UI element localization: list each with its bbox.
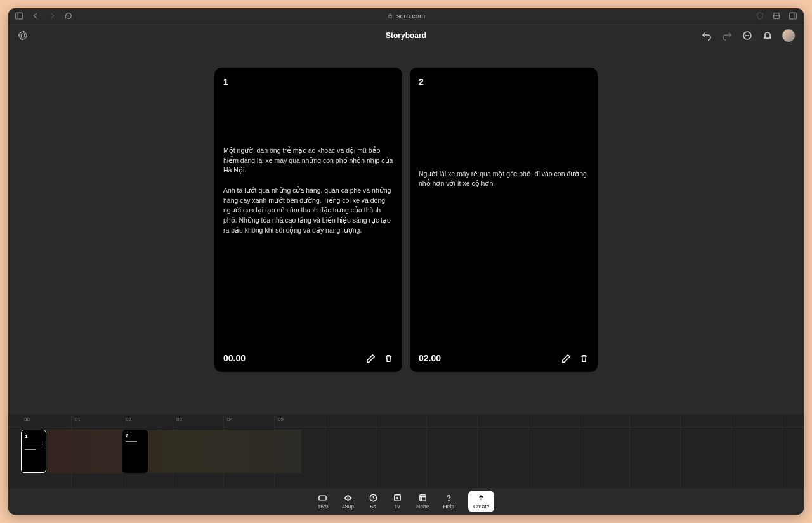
forward-icon xyxy=(48,11,56,20)
variations-icon xyxy=(392,493,402,502)
card-prompt-text[interactable]: Một người đàn ông trẻ mặc áo khoác và độ… xyxy=(223,146,393,236)
edit-icon[interactable] xyxy=(365,353,376,363)
timeline-clip-1[interactable]: 1 xyxy=(21,430,46,473)
help-label: Help xyxy=(443,503,454,510)
svg-point-14 xyxy=(396,497,398,498)
address-bar[interactable]: sora.com xyxy=(387,12,425,20)
help-button[interactable]: Help xyxy=(443,493,454,510)
page-title: Storyboard xyxy=(386,31,426,40)
tick-label: 05 xyxy=(278,416,284,422)
timeline-ruler: 00 01 02 03 04 05 xyxy=(8,415,804,427)
openai-logo-icon[interactable] xyxy=(17,30,29,41)
trash-icon[interactable] xyxy=(383,353,393,363)
svg-rect-5 xyxy=(790,13,797,19)
reload-icon[interactable] xyxy=(64,11,73,20)
bell-icon[interactable] xyxy=(762,30,773,41)
trash-icon[interactable] xyxy=(579,353,589,363)
upload-icon xyxy=(476,493,487,502)
storyboard-card-1[interactable]: 1 Một người đàn ông trẻ mặc áo khoác và … xyxy=(214,68,402,372)
variations-button[interactable]: 1v xyxy=(392,493,402,510)
style-label: None xyxy=(416,503,429,510)
resolution-label: 480p xyxy=(342,503,354,510)
svg-rect-0 xyxy=(16,13,23,19)
storyboard-canvas: 1 Một người đàn ông trẻ mặc áo khoác và … xyxy=(8,48,804,415)
duration-button[interactable]: 5s xyxy=(368,493,378,510)
minus-circle-icon[interactable] xyxy=(742,30,753,41)
card-timestamp: 00.00 xyxy=(223,353,246,363)
resolution-icon xyxy=(343,493,353,502)
app-header: Storyboard xyxy=(8,23,804,48)
tick-label: 03 xyxy=(176,416,182,422)
clock-icon xyxy=(368,493,378,502)
resolution-button[interactable]: 480p xyxy=(342,493,354,510)
style-icon xyxy=(417,493,428,502)
stack-icon[interactable] xyxy=(772,11,781,20)
storyboard-card-2[interactable]: 2 Người lái xe máy rẽ qua một góc phố, đ… xyxy=(410,68,598,372)
tick-label: 04 xyxy=(227,416,233,422)
aspect-icon xyxy=(318,493,328,502)
svg-rect-2 xyxy=(388,15,391,18)
svg-rect-3 xyxy=(774,13,780,18)
tick-label: 01 xyxy=(75,416,81,422)
redo-icon[interactable] xyxy=(721,30,733,41)
shield-icon[interactable] xyxy=(756,11,764,20)
aspect-ratio-button[interactable]: 16:9 xyxy=(318,493,329,510)
card-prompt-text[interactable]: Người lái xe máy rẽ qua một góc phố, đi … xyxy=(419,169,589,190)
sidebar-toggle-icon[interactable] xyxy=(15,11,23,20)
url-text: sora.com xyxy=(396,12,425,20)
create-label: Create xyxy=(473,503,490,510)
edit-icon[interactable] xyxy=(561,353,571,363)
help-icon xyxy=(443,493,454,502)
svg-rect-10 xyxy=(319,496,326,500)
variations-label: 1v xyxy=(395,503,400,510)
svg-point-7 xyxy=(21,34,25,37)
timeline[interactable]: 00 01 02 03 04 05 1 2 xyxy=(8,415,804,488)
card-number: 1 xyxy=(223,77,393,87)
browser-bar: sora.com xyxy=(8,8,804,23)
clip-number: 1 xyxy=(25,434,43,439)
tick-label: 00 xyxy=(24,416,30,422)
app-window: sora.com Storyboard 1 Một người đàn ông … xyxy=(8,8,804,515)
back-icon[interactable] xyxy=(31,11,40,20)
aspect-label: 16:9 xyxy=(318,503,329,510)
avatar[interactable] xyxy=(782,29,795,42)
card-timestamp: 02.00 xyxy=(419,353,441,363)
undo-icon[interactable] xyxy=(701,30,712,41)
svg-point-18 xyxy=(449,500,449,500)
timeline-clip-2[interactable]: 2 xyxy=(122,430,148,473)
svg-rect-15 xyxy=(420,494,426,500)
duration-label: 5s xyxy=(370,503,376,510)
clip-number: 2 xyxy=(126,433,145,439)
panel-icon[interactable] xyxy=(789,11,797,20)
tick-label: 02 xyxy=(126,416,131,422)
style-button[interactable]: None xyxy=(416,493,429,510)
bottom-toolbar: 16:9 480p 5s 1v None Help Create xyxy=(8,488,804,515)
create-button[interactable]: Create xyxy=(468,491,495,512)
card-number: 2 xyxy=(419,77,589,87)
